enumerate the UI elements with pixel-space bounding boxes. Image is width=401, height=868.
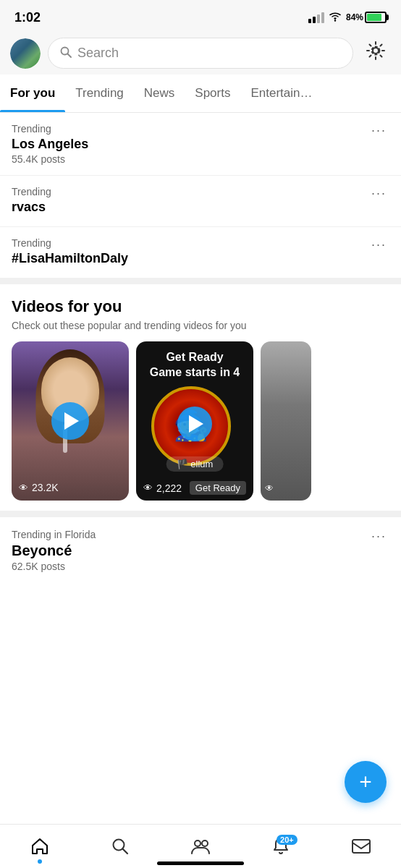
svg-point-0: [334, 20, 336, 21]
active-indicator: [38, 859, 42, 864]
tab-for-you[interactable]: For you: [0, 75, 65, 112]
video-cards-list: 👁 23.2K Get Ready Game starts in 4 🧙: [12, 341, 389, 501]
more-button-2[interactable]: ···: [368, 186, 389, 201]
video2-cta: Get Ready: [190, 481, 246, 495]
trending-item-1[interactable]: Trending Los Angeles 55.4K posts ···: [0, 113, 401, 176]
notification-badge: 20+: [277, 835, 297, 845]
florida-posts: 62.5K posts: [12, 561, 96, 572]
section-divider: [0, 278, 401, 284]
view-count-1: 👁 23.2K: [19, 482, 59, 493]
search-nav-icon: [111, 837, 130, 859]
views-icon-2: 👁: [143, 482, 153, 493]
people-icon: [190, 837, 211, 859]
video-card-3[interactable]: 👁: [261, 341, 311, 501]
svg-point-8: [202, 841, 208, 846]
tab-sports[interactable]: Sports: [185, 75, 240, 112]
nav-home[interactable]: [22, 833, 58, 862]
video2-tag: 🏴 ellum: [166, 456, 224, 472]
nav-messages[interactable]: [343, 833, 379, 862]
trending-item-2[interactable]: Trending rvacs ···: [0, 176, 401, 227]
nav-communities[interactable]: [182, 833, 219, 862]
tab-trending[interactable]: Trending: [65, 75, 133, 112]
views-icon-1: 👁: [19, 482, 28, 493]
compose-icon: +: [359, 771, 372, 793]
video-card-2[interactable]: Get Ready Game starts in 4 🧙 🏴 ellum: [136, 341, 253, 501]
trending-label-3: Trending: [12, 237, 128, 249]
search-icon: [60, 46, 72, 61]
compose-button[interactable]: +: [345, 761, 387, 803]
more-button-1[interactable]: ···: [368, 123, 389, 138]
gear-icon: [366, 41, 386, 66]
home-icon: [30, 837, 49, 859]
status-icons: 84%: [308, 12, 387, 24]
florida-label: Trending in Florida: [12, 529, 96, 540]
trending-title-3: #LisaHamiltonDaly: [12, 251, 128, 266]
signal-icon: [308, 12, 324, 23]
trending-title-1: Los Angeles: [12, 137, 88, 152]
settings-button[interactable]: [360, 38, 391, 69]
video-card-1[interactable]: 👁 23.2K: [12, 341, 129, 501]
view-count-2: 👁 2,222: [143, 482, 182, 494]
video2-header: Get Ready Game starts in 4: [144, 341, 246, 383]
videos-section: Videos for you Check out these popular a…: [0, 284, 401, 511]
trending-label-2: Trending: [12, 186, 51, 197]
mail-icon: [351, 838, 371, 857]
more-button-3[interactable]: ···: [368, 237, 389, 252]
tab-news[interactable]: News: [134, 75, 185, 112]
tab-entertainment[interactable]: Entertain…: [240, 75, 322, 112]
svg-point-3: [373, 48, 379, 54]
svg-line-2: [68, 54, 72, 57]
battery-indicator: 84%: [346, 12, 387, 23]
main-content: Trending Los Angeles 55.4K posts ··· Tre…: [0, 113, 401, 642]
views-icon-3: 👁: [265, 483, 274, 493]
more-button-florida[interactable]: ···: [368, 529, 389, 544]
section-divider-2: [0, 511, 401, 517]
nav-search[interactable]: [102, 833, 138, 862]
florida-title: Beyoncé: [12, 542, 96, 559]
header: Search: [0, 32, 401, 75]
home-indicator: [157, 861, 244, 865]
svg-rect-9: [353, 840, 370, 853]
trending-item-3[interactable]: Trending #LisaHamiltonDaly ···: [0, 227, 401, 278]
view-count-3: 👁: [265, 483, 274, 493]
svg-line-6: [123, 849, 128, 854]
nav-notifications[interactable]: 20+: [263, 833, 299, 862]
status-bar: 1:02 84%: [0, 0, 401, 32]
battery-icon: [365, 12, 387, 23]
status-time: 1:02: [14, 10, 41, 25]
trending-posts-1: 55.4K posts: [12, 153, 88, 165]
search-bar[interactable]: Search: [48, 38, 353, 69]
videos-subtitle: Check out these popular and trending vid…: [12, 320, 389, 331]
florida-trending-item[interactable]: Trending in Florida Beyoncé 62.5K posts …: [0, 517, 401, 584]
svg-point-7: [195, 841, 200, 846]
battery-pct: 84%: [346, 12, 363, 22]
play-button-2[interactable]: [177, 407, 212, 441]
wifi-icon: [329, 12, 342, 24]
trending-title-2: rvacs: [12, 200, 51, 215]
play-button-1[interactable]: [51, 402, 89, 440]
nav-tabs: For you Trending News Sports Entertain…: [0, 75, 401, 113]
trending-label-1: Trending: [12, 123, 88, 135]
videos-title: Videos for you: [12, 297, 389, 316]
avatar[interactable]: [10, 38, 41, 69]
search-placeholder: Search: [77, 46, 119, 61]
